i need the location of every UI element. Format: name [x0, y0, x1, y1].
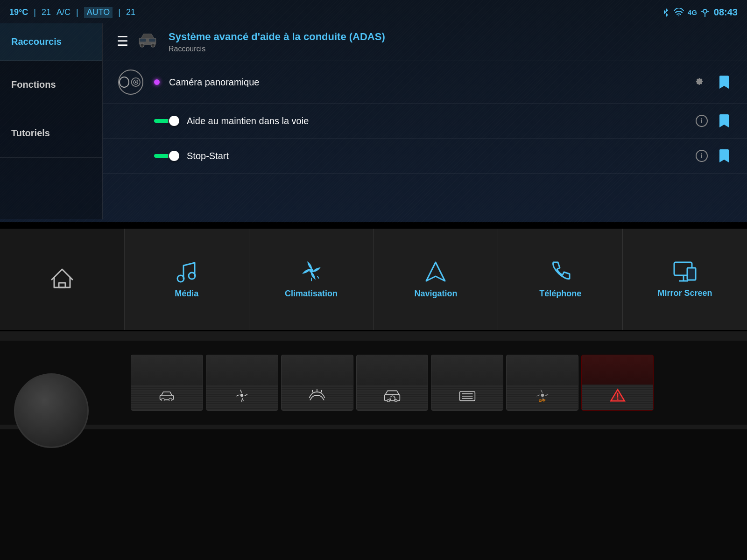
- touch-bar: Média Climatisation Navigation Téléphone: [0, 229, 747, 331]
- mirror-icon: [672, 260, 698, 283]
- function-row-lane: Aide au maintien dans la voie i: [103, 104, 747, 139]
- phys-btn-fan[interactable]: [206, 355, 278, 411]
- header-subtitle: Raccourcis: [169, 45, 733, 53]
- phys-btn-recirculation[interactable]: [356, 355, 429, 411]
- phys-btn-car[interactable]: [131, 355, 203, 411]
- touch-item-telephone[interactable]: Téléphone: [498, 229, 623, 330]
- defrost-front-icon: [309, 389, 325, 403]
- car-icon: [136, 31, 159, 49]
- lte-icon: 4G: [688, 8, 697, 16]
- svg-point-0: [678, 15, 679, 16]
- sidebar: Raccourcis Fonctions Tutoriels: [0, 23, 103, 219]
- status-right: 4G 08:43: [662, 7, 738, 18]
- music-icon: [174, 260, 199, 283]
- svg-text:OFF: OFF: [539, 399, 546, 403]
- mirror-label: Mirror Screen: [658, 288, 712, 298]
- phys-btn-ac-off[interactable]: OFF: [506, 355, 578, 411]
- function-row-camera: Caméra panoramique: [103, 61, 747, 104]
- svg-point-9: [135, 82, 137, 84]
- touch-item-media[interactable]: Média: [125, 229, 249, 330]
- media-label: Média: [175, 289, 198, 299]
- lane-toggle-knob: [169, 116, 179, 126]
- lane-info-button[interactable]: i: [696, 115, 708, 127]
- svg-rect-6: [149, 39, 155, 42]
- content-header: ☰ Système avancé d'aide à la conduite (A…: [103, 23, 747, 61]
- phys-btn-hazard[interactable]: [581, 355, 654, 411]
- camera-toggle-dot: [154, 79, 160, 85]
- ac-off-icon: OFF: [535, 388, 550, 403]
- lane-toggle[interactable]: [154, 119, 177, 123]
- bottom-area: [0, 429, 747, 560]
- svg-point-36: [617, 399, 618, 400]
- auto-mode: AUTO: [84, 7, 113, 18]
- stopstart-label: Stop-Start: [187, 151, 686, 161]
- clim-label: Climatisation: [285, 289, 338, 299]
- sidebar-item-fonctions[interactable]: Fonctions: [0, 61, 102, 109]
- sidebar-item-raccourcis[interactable]: Raccourcis: [0, 23, 102, 61]
- hazard-icon: [609, 388, 626, 403]
- svg-point-27: [387, 399, 389, 402]
- svg-point-20: [169, 398, 172, 401]
- touch-item-mirror[interactable]: Mirror Screen: [623, 229, 747, 330]
- svg-point-3: [140, 43, 144, 47]
- volume-dial[interactable]: [14, 373, 89, 448]
- svg-point-33: [541, 394, 544, 397]
- car-phys-icon: [159, 390, 174, 401]
- status-bar: 19°C | 21 A/C | AUTO | 21: [0, 4, 747, 21]
- home-icon: [49, 267, 75, 292]
- fan-phys-icon: [234, 388, 249, 403]
- svg-point-28: [395, 399, 397, 402]
- temp-left: 19°C: [9, 7, 28, 17]
- main-screen: 19°C | 21 A/C | AUTO | 21: [0, 0, 747, 224]
- stopstart-bookmark-button[interactable]: [715, 147, 733, 165]
- header-title-block: Système avancé d'aide à la conduite (ADA…: [169, 31, 733, 53]
- touch-item-clim[interactable]: Climatisation: [249, 229, 374, 330]
- telephone-label: Téléphone: [539, 289, 581, 299]
- hamburger-menu[interactable]: ☰: [117, 34, 128, 49]
- camera-icon-area: [117, 70, 145, 95]
- touch-item-nav[interactable]: Navigation: [374, 229, 499, 330]
- phys-btn-defrost-front[interactable]: [281, 355, 353, 411]
- stopstart-info-button[interactable]: i: [696, 150, 708, 162]
- fan-speed-left: 21: [42, 7, 51, 17]
- lane-actions: i: [696, 112, 733, 130]
- touch-item-home[interactable]: [0, 229, 125, 330]
- header-title: Système avancé d'aide à la conduite (ADA…: [169, 31, 733, 43]
- stopstart-toggle[interactable]: [154, 154, 177, 158]
- temp-right: 21: [126, 7, 135, 17]
- svg-rect-5: [140, 39, 146, 42]
- phone-icon: [549, 260, 572, 283]
- sidebar-item-tutoriels[interactable]: Tutoriels: [0, 109, 102, 158]
- physical-buttons-row: OFF: [0, 341, 747, 425]
- gps-icon: [701, 7, 709, 17]
- function-row-stopstart: Stop-Start i: [103, 139, 747, 174]
- camera-label: Caméra panoramique: [169, 77, 681, 88]
- camera-bookmark-button[interactable]: [715, 73, 733, 91]
- svg-line-15: [317, 276, 319, 278]
- svg-point-19: [162, 398, 164, 401]
- fan-icon: [299, 260, 324, 283]
- nav-label: Navigation: [414, 289, 457, 299]
- svg-rect-26: [385, 395, 400, 401]
- camera-actions: [690, 73, 733, 91]
- svg-point-1: [703, 9, 707, 13]
- stopstart-toggle-knob: [169, 151, 179, 161]
- phys-btn-heated-rear[interactable]: [431, 355, 503, 411]
- recirculation-icon: [384, 389, 401, 403]
- camera-toggle[interactable]: [154, 79, 160, 85]
- navigate-icon: [424, 260, 447, 283]
- stopstart-toggle-track: [154, 154, 177, 158]
- dial-area: [14, 355, 107, 448]
- svg-point-21: [240, 394, 243, 397]
- content-area: ☰ Système avancé d'aide à la conduite (A…: [103, 23, 747, 223]
- lane-label: Aide au maintien dans la voie: [187, 116, 686, 126]
- heated-rear-icon: [459, 389, 476, 403]
- stopstart-actions: i: [696, 147, 733, 165]
- svg-rect-10: [59, 283, 65, 287]
- lane-bookmark-button[interactable]: [715, 112, 733, 130]
- wifi-icon: [674, 8, 684, 16]
- ac-label: A/C: [56, 7, 70, 17]
- svg-rect-17: [687, 268, 696, 280]
- svg-point-4: [151, 43, 155, 47]
- camera-gear-button[interactable]: [690, 73, 708, 91]
